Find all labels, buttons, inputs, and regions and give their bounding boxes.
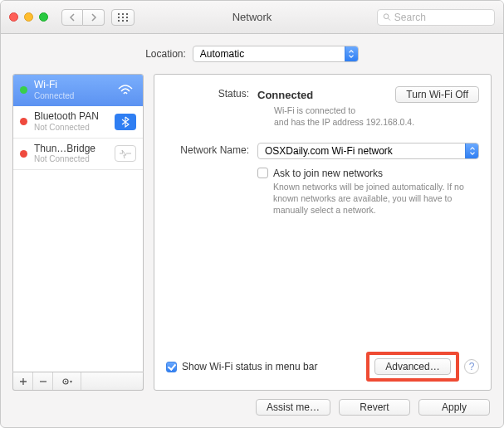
bluetooth-icon bbox=[115, 114, 136, 130]
svg-rect-2 bbox=[126, 13, 128, 15]
svg-rect-7 bbox=[122, 20, 124, 22]
sidebar-footer bbox=[12, 372, 144, 391]
svg-point-12 bbox=[65, 381, 66, 382]
ask-join-label: Ask to join new networks bbox=[273, 168, 464, 179]
sidebar-item-subtitle: Connected bbox=[34, 91, 108, 101]
add-service-button[interactable] bbox=[13, 372, 33, 390]
location-select[interactable]: Automatic bbox=[193, 46, 359, 62]
titlebar: Network bbox=[1, 1, 503, 34]
select-handle-icon bbox=[345, 46, 358, 61]
detail-bottom: Show Wi-Fi status in menu bar Advanced… … bbox=[166, 352, 479, 382]
status-label: Status: bbox=[166, 86, 257, 100]
minimize-window-button[interactable] bbox=[24, 12, 33, 22]
close-window-button[interactable] bbox=[9, 12, 18, 22]
network-name-label: Network Name: bbox=[166, 143, 257, 156]
sidebar-item-text: Wi-Fi Connected bbox=[34, 80, 108, 100]
status-dot-icon bbox=[20, 150, 27, 158]
svg-rect-0 bbox=[118, 13, 120, 15]
advanced-button[interactable]: Advanced… bbox=[374, 358, 451, 375]
gear-dropdown-icon bbox=[61, 377, 73, 387]
sidebar-item-text: Thun…Bridge Not Connected bbox=[34, 143, 108, 164]
network-name-row: Network Name: OSXDaily.com Wi-Fi network bbox=[166, 143, 479, 159]
svg-line-10 bbox=[389, 18, 390, 20]
sidebar-column: Wi-Fi Connected Bluetooth PAN Not Connec… bbox=[12, 74, 144, 391]
status-description: Wi-Fi is connected to and has the IP add… bbox=[257, 105, 479, 128]
show-all-button[interactable] bbox=[111, 9, 135, 26]
forward-button[interactable] bbox=[83, 9, 105, 26]
location-row: Location: Automatic bbox=[12, 41, 492, 74]
location-value: Automatic bbox=[200, 48, 244, 60]
svg-rect-5 bbox=[126, 17, 128, 18]
chevron-right-icon bbox=[91, 13, 97, 22]
action-menu-button[interactable] bbox=[53, 372, 81, 390]
traffic-lights bbox=[9, 12, 48, 22]
status-row: Status: Connected Turn Wi-Fi Off Wi-Fi i… bbox=[166, 86, 479, 128]
svg-point-9 bbox=[384, 14, 389, 19]
select-handle-icon bbox=[465, 143, 478, 158]
minus-icon bbox=[39, 377, 47, 386]
footer-buttons: Assist me… Revert Apply bbox=[12, 391, 492, 416]
advanced-highlight: Advanced… bbox=[366, 352, 459, 382]
svg-rect-3 bbox=[118, 17, 120, 18]
detail-panel: Status: Connected Turn Wi-Fi Off Wi-Fi i… bbox=[154, 74, 492, 391]
sidebar-item-title: Wi-Fi bbox=[34, 80, 108, 91]
plus-icon bbox=[19, 377, 27, 386]
apply-button[interactable]: Apply bbox=[418, 399, 490, 416]
status-dot-icon bbox=[20, 86, 27, 94]
svg-rect-6 bbox=[118, 20, 120, 22]
search-input[interactable] bbox=[394, 12, 489, 23]
network-name-select[interactable]: OSXDaily.com Wi-Fi network bbox=[257, 143, 479, 159]
wifi-icon bbox=[115, 82, 136, 99]
sidebar-item-text: Bluetooth PAN Not Connected bbox=[34, 111, 108, 132]
sidebar-item-title: Bluetooth PAN bbox=[34, 111, 108, 123]
grid-icon bbox=[118, 13, 128, 22]
ask-join-row: Ask to join new networks Known networks … bbox=[257, 168, 479, 216]
chevron-left-icon bbox=[69, 13, 76, 22]
status-dot-icon bbox=[20, 118, 27, 125]
assist-me-button[interactable]: Assist me… bbox=[256, 399, 330, 416]
sidebar-item-title: Thun…Bridge bbox=[34, 143, 108, 155]
content-area: Location: Automatic Wi-Fi Connected bbox=[1, 34, 503, 427]
revert-button[interactable]: Revert bbox=[339, 399, 410, 416]
search-field[interactable] bbox=[377, 9, 495, 26]
show-status-label: Show Wi-Fi status in menu bar bbox=[182, 361, 317, 372]
svg-rect-1 bbox=[122, 13, 124, 15]
svg-rect-4 bbox=[122, 17, 124, 18]
sidebar-item-wifi[interactable]: Wi-Fi Connected bbox=[13, 75, 143, 106]
show-status-checkbox[interactable] bbox=[166, 362, 177, 372]
services-list: Wi-Fi Connected Bluetooth PAN Not Connec… bbox=[12, 74, 144, 372]
zoom-window-button[interactable] bbox=[39, 12, 48, 22]
search-icon bbox=[383, 12, 391, 22]
turn-wifi-off-button[interactable]: Turn Wi-Fi Off bbox=[395, 86, 479, 103]
network-preferences-window: Network Location: Automatic bbox=[0, 0, 504, 428]
ask-join-checkbox[interactable] bbox=[257, 168, 268, 178]
sidebar-item-bluetooth-pan[interactable]: Bluetooth PAN Not Connected bbox=[13, 106, 143, 138]
network-name-value: OSXDaily.com Wi-Fi network bbox=[265, 145, 393, 157]
ask-join-description: Known networks will be joined automatica… bbox=[273, 182, 464, 216]
nav-group bbox=[61, 9, 105, 26]
svg-rect-8 bbox=[126, 20, 128, 22]
sidebar-item-thunderbolt-bridge[interactable]: Thun…Bridge Not Connected bbox=[13, 139, 143, 170]
status-value: Connected bbox=[257, 89, 313, 101]
sidebar-item-subtitle: Not Connected bbox=[34, 123, 108, 133]
help-button[interactable]: ? bbox=[464, 359, 479, 374]
back-button[interactable] bbox=[61, 9, 83, 26]
location-label: Location: bbox=[145, 48, 186, 60]
thunderbolt-icon bbox=[115, 145, 136, 162]
sidebar-item-subtitle: Not Connected bbox=[34, 154, 108, 164]
columns: Wi-Fi Connected Bluetooth PAN Not Connec… bbox=[12, 74, 492, 391]
remove-service-button[interactable] bbox=[33, 372, 53, 390]
